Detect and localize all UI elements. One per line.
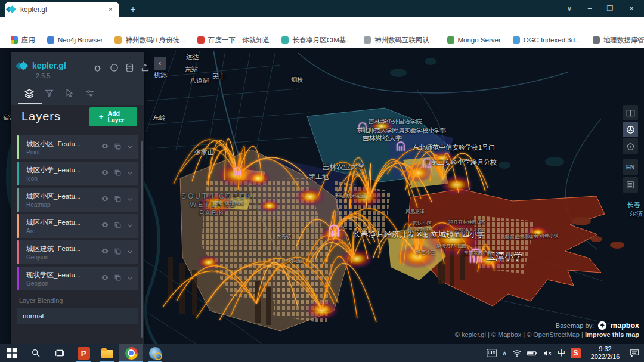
layer-visibility-toggle[interactable] xyxy=(101,221,109,231)
layer-expand-chevron[interactable] xyxy=(126,247,134,258)
layer-type: Geojson xyxy=(26,254,101,261)
layer-duplicate-button[interactable] xyxy=(114,194,122,205)
taskbar-clock[interactable]: 9:32 2022/2/16 xyxy=(586,345,624,361)
tab-basemap[interactable] xyxy=(85,88,98,100)
layer-duplicate-button[interactable] xyxy=(114,247,122,258)
layer-item[interactable]: 城区小区_Featu...Arc xyxy=(17,214,138,238)
taskbar-file-explorer[interactable] xyxy=(95,344,119,362)
tray-expand-chevron[interactable]: ∧ xyxy=(502,349,507,357)
add-layer-button[interactable]: + Add Layer xyxy=(89,107,137,126)
map-place-label: 大有镇 xyxy=(277,233,291,240)
kepler-brand: kepler.gl xyxy=(32,61,66,70)
bookmark-item[interactable]: 百度一下，你就知道 xyxy=(193,34,275,47)
layer-visibility-toggle[interactable] xyxy=(101,247,109,258)
sogou-input-icon[interactable]: S xyxy=(571,348,581,358)
bookmark-item[interactable]: 长春净月区CIM基... xyxy=(277,34,357,47)
bookmark-item[interactable]: 神州数码IT身份统... xyxy=(110,34,190,47)
tab-close-icon[interactable]: × xyxy=(106,5,114,14)
map-place-label: SOUTH CREEK xyxy=(181,192,253,200)
taskbar-gis-app[interactable] xyxy=(143,344,167,362)
layer-visibility-toggle[interactable] xyxy=(101,273,109,284)
basemap-by-label: Basemap by: xyxy=(556,322,594,329)
share-export-icon[interactable] xyxy=(141,63,150,73)
layer-item[interactable]: 城区建筑_Featu...Geojson xyxy=(17,240,138,264)
layer-list: 城区小区_Featu...Point城区小学_Featu...Icon城区小区_… xyxy=(17,135,138,290)
taskbar-chrome[interactable] xyxy=(119,344,143,362)
layer-item[interactable]: 城区小区_Featu...Point xyxy=(17,135,138,159)
kepler-panel-header: kepler.gl 2.5.5 xyxy=(11,52,144,105)
bookmark-item[interactable]: OGC Indexed 3d... xyxy=(508,35,586,45)
layer-type: Point xyxy=(26,149,101,156)
layer-expand-chevron[interactable] xyxy=(126,221,134,231)
tab-filters[interactable] xyxy=(44,88,57,100)
layer-item[interactable]: 现状学区_Featu...Geojson xyxy=(17,267,138,290)
window-restore-button[interactable]: ❐ xyxy=(600,0,620,17)
locale-control[interactable]: EN xyxy=(623,159,638,175)
layer-type: Heatmap xyxy=(26,202,101,208)
volume-muted-icon[interactable] xyxy=(543,349,552,357)
window-minimize-button[interactable]: – xyxy=(580,0,600,17)
wifi-icon[interactable] xyxy=(512,349,522,357)
info-icon[interactable] xyxy=(110,63,119,73)
map-place-label: PARK xyxy=(199,209,225,217)
bookmark-item[interactable]: Mongo Server xyxy=(442,35,506,45)
bookmarks-overflow-chevron[interactable]: » xyxy=(635,35,639,44)
layer-expand-chevron[interactable] xyxy=(126,142,134,153)
map-place-label: 吉林财经大学 xyxy=(363,134,402,143)
folder-icon xyxy=(101,350,113,358)
layer-item[interactable]: 城区小学_Featu...Icon xyxy=(17,162,138,185)
data-table-icon[interactable] xyxy=(125,63,135,73)
map-place-label: 吉林华侨外国语学院 xyxy=(369,117,422,126)
bookmark-label: OGC Indexed 3d... xyxy=(524,36,581,44)
bookmark-label: Mongo Server xyxy=(458,36,501,44)
bug-report-icon[interactable] xyxy=(93,63,103,73)
layer-expand-chevron[interactable] xyxy=(126,194,134,205)
clock-date: 2022/2/16 xyxy=(586,353,624,361)
taskbar-search-button[interactable] xyxy=(24,344,48,362)
layer-item[interactable]: 城区小区_Featu...Heatmap xyxy=(17,188,138,212)
bookmark-item[interactable]: 神州数码互联网认... xyxy=(359,34,440,47)
taskbar-powerpoint[interactable]: P xyxy=(72,344,95,362)
layer-name: 城区小区_Featu... xyxy=(26,140,101,148)
layer-visibility-toggle[interactable] xyxy=(101,142,109,153)
layer-duplicate-button[interactable] xyxy=(114,273,122,284)
layer-blending-select[interactable]: normal xyxy=(17,308,138,324)
bookmark-favicon xyxy=(47,36,54,44)
map-place-label: 坪西小区 xyxy=(416,249,435,256)
draw-polygon-control[interactable] xyxy=(623,138,638,154)
browser-tab[interactable]: kepler.gl × xyxy=(5,2,119,17)
legend-control[interactable] xyxy=(623,177,638,193)
layer-duplicate-button[interactable] xyxy=(114,221,122,231)
bookmark-item[interactable]: Neo4j Browser xyxy=(42,35,107,45)
layer-visibility-toggle[interactable] xyxy=(101,194,109,205)
layer-expand-chevron[interactable] xyxy=(126,273,134,284)
toggle-3d-control[interactable] xyxy=(623,122,638,137)
battery-icon[interactable] xyxy=(527,350,537,357)
improve-map-link[interactable]: Improve this map xyxy=(585,331,639,338)
start-button[interactable] xyxy=(0,344,24,362)
tab-interactions[interactable] xyxy=(64,88,78,100)
bookmark-label: 神州数码IT身份统... xyxy=(125,36,185,45)
layer-duplicate-button[interactable] xyxy=(114,168,122,179)
tab-layers[interactable] xyxy=(24,88,37,100)
notification-center-icon[interactable] xyxy=(630,349,639,357)
news-widget-icon[interactable] xyxy=(487,349,497,357)
gis-app-icon xyxy=(149,347,162,360)
window-close-button[interactable]: × xyxy=(621,0,642,17)
split-map-control[interactable] xyxy=(623,105,638,120)
mapbox-logo-word[interactable]: mapbox xyxy=(611,321,639,330)
sidebar-collapse-button[interactable]: ‹ xyxy=(154,57,166,70)
panel-scrollbar[interactable] xyxy=(141,141,143,338)
map-place-label: 光明净月小区 xyxy=(454,227,483,234)
window-menu-chevron[interactable]: ∨ xyxy=(559,0,580,17)
layer-expand-chevron[interactable] xyxy=(126,168,134,179)
attribution-links[interactable]: © kepler.gl | © Mapbox | © OpenStreetMap… xyxy=(455,331,585,338)
bookmark-item[interactable]: 应用 xyxy=(6,34,40,47)
ime-indicator[interactable]: 中 xyxy=(558,348,565,358)
browser-toolbar: ← → ⟳ kepler.gl/demo 文 ★ ⋮ xyxy=(0,17,644,32)
task-view-button[interactable] xyxy=(48,344,72,362)
layer-visibility-toggle[interactable] xyxy=(101,168,109,179)
layer-duplicate-button[interactable] xyxy=(114,142,122,153)
new-tab-button[interactable]: + xyxy=(126,3,140,16)
clock-time: 9:32 xyxy=(586,345,624,353)
